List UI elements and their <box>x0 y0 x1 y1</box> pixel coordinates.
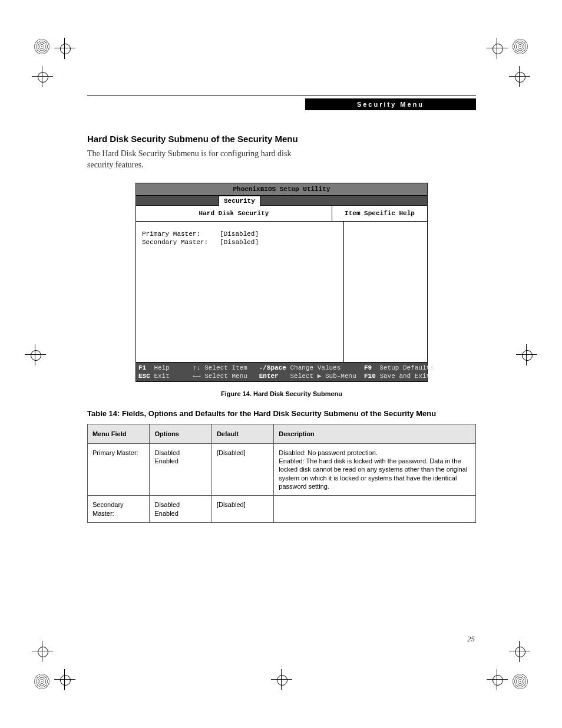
cell-options: Disabled Enabled <box>150 496 211 523</box>
bios-footer: F1 Help ↑↓ Select Item -/Space Change Va… <box>136 363 427 381</box>
cell-menu-field: Secondary Master: <box>88 496 150 523</box>
bios-field-secondary-label: Secondary Master: <box>142 239 208 246</box>
registration-mark-icon <box>490 41 504 55</box>
registration-mark-icon <box>35 70 49 84</box>
registration-mark-icon <box>513 644 527 658</box>
bios-body: Primary Master: [Disabled] Secondary Mas… <box>136 222 427 363</box>
registration-mark-icon <box>28 348 42 362</box>
cell-default: [Disabled] <box>211 443 273 495</box>
bios-tab-bar: Security <box>136 196 427 206</box>
content-area: Security Menu Hard Disk Security Submenu… <box>87 95 476 523</box>
bios-help-panel <box>344 222 427 362</box>
bios-panel-headers: Hard Disk Security Item Specific Help <box>136 206 427 222</box>
th-description: Description <box>274 424 476 443</box>
fields-table: Menu Field Options Default Description P… <box>87 424 476 523</box>
print-mark-icon <box>513 674 528 689</box>
header-section-label: Security Menu <box>305 98 476 110</box>
bios-field-primary-value: [Disabled] <box>220 230 259 238</box>
bios-footer-row-1: F1 Help ↑↓ Select Item -/Space Change Va… <box>138 364 425 372</box>
bios-footer-row-2: ESC Exit ←→ Select Menu Enter Select ▶ S… <box>138 372 425 380</box>
header-rule <box>87 95 476 96</box>
bios-fields: Primary Master: [Disabled] Secondary Mas… <box>136 222 344 362</box>
cell-description <box>274 496 476 523</box>
table-header-row: Menu Field Options Default Description <box>88 424 476 443</box>
page: Security Menu Hard Disk Security Submenu… <box>0 0 562 728</box>
table-caption: Table 14: Fields, Options and Defaults f… <box>87 409 476 418</box>
section-title: Hard Disk Security Submenu of the Securi… <box>87 134 476 144</box>
table-row: Primary Master: Disabled Enabled [Disabl… <box>88 443 476 495</box>
registration-mark-icon <box>58 673 72 687</box>
cell-menu-field: Primary Master: <box>88 443 150 495</box>
bios-field-primary-label: Primary Master: <box>142 230 200 238</box>
bios-panel-title-left: Hard Disk Security <box>136 206 332 221</box>
cell-description: Disabled: No password protection. Enable… <box>274 443 476 495</box>
registration-mark-icon <box>513 70 527 84</box>
table-row: Secondary Master: Disabled Enabled [Disa… <box>88 496 476 523</box>
registration-mark-icon <box>490 673 504 687</box>
print-mark-icon <box>513 39 528 54</box>
registration-mark-icon <box>35 644 49 658</box>
bios-screenshot: PhoenixBIOS Setup Utility Security Hard … <box>135 183 428 382</box>
print-mark-icon <box>34 39 49 54</box>
th-options: Options <box>150 424 211 443</box>
cell-options: Disabled Enabled <box>150 443 211 495</box>
section-intro: The Hard Disk Security Submenu is for co… <box>87 149 299 171</box>
bios-tab-security: Security <box>219 196 260 206</box>
cell-default: [Disabled] <box>211 496 273 523</box>
bios-title: PhoenixBIOS Setup Utility <box>136 183 427 196</box>
th-default: Default <box>211 424 273 443</box>
header-bar: Security Menu <box>87 98 476 111</box>
registration-mark-icon <box>58 41 72 55</box>
th-menu-field: Menu Field <box>88 424 150 443</box>
bios-panel-title-right: Item Specific Help <box>332 206 427 221</box>
figure-caption: Figure 14. Hard Disk Security Submenu <box>87 390 476 397</box>
print-mark-icon <box>34 674 49 689</box>
bios-field-secondary-value: [Disabled] <box>220 239 259 246</box>
registration-mark-icon <box>520 348 534 362</box>
registration-mark-icon <box>275 673 289 687</box>
page-number: 25 <box>467 634 475 644</box>
